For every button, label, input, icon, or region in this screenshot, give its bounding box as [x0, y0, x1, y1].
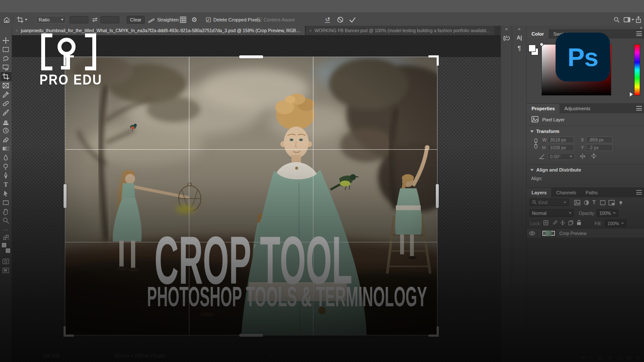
width-input[interactable]: 3518 px: [547, 136, 574, 143]
filter-toggle-icon[interactable]: [618, 200, 623, 205]
commit-crop-icon[interactable]: [349, 16, 356, 23]
marquee-tool[interactable]: [0, 45, 12, 54]
tab-adjustments[interactable]: Adjustments: [559, 104, 595, 113]
cancel-crop-icon[interactable]: [337, 16, 344, 23]
panel-menu-icon[interactable]: [636, 106, 642, 111]
layer-name[interactable]: Crop Preview: [559, 231, 586, 236]
swap-dimensions-icon[interactable]: [91, 17, 98, 23]
straighten-button[interactable]: Straighten: [148, 16, 179, 23]
transform-section-header[interactable]: Transform: [530, 129, 559, 134]
swap-colors-button[interactable]: [0, 234, 12, 241]
tab-paths[interactable]: Paths: [581, 188, 602, 197]
hand-tool[interactable]: [0, 207, 12, 216]
tab-layers[interactable]: Layers: [527, 188, 551, 197]
character-panel-button[interactable]: A|: [512, 33, 526, 43]
crop-box[interactable]: CROP TOOL PHOTOSHOP TOOLS & TERMINOLOGY: [65, 57, 437, 335]
filter-pixel-layers-icon[interactable]: [574, 200, 580, 205]
lasso-tool[interactable]: [0, 54, 12, 63]
type-tool[interactable]: T: [0, 180, 12, 189]
search-icon[interactable]: [613, 16, 620, 23]
crop-handle-top[interactable]: [239, 55, 263, 58]
layer-effects-icon[interactable]: fx: [590, 356, 593, 360]
status-chevron-icon[interactable]: ›: [270, 353, 271, 358]
lock-artboard-icon[interactable]: [568, 220, 574, 226]
expand-panel-chevron-icon[interactable]: «: [501, 26, 512, 33]
crop-height-input[interactable]: [100, 16, 119, 23]
add-mask-icon[interactable]: [598, 356, 603, 360]
crop-tool[interactable]: [0, 72, 12, 81]
delete-layer-icon[interactable]: [635, 356, 640, 360]
filter-smart-object-icon[interactable]: [608, 200, 615, 205]
crop-handle-bottom-left[interactable]: [64, 326, 74, 337]
filter-type-layers-icon[interactable]: T: [592, 199, 595, 205]
brush-tool[interactable]: [0, 108, 12, 117]
layer-filter-select[interactable]: Kind: [529, 199, 569, 206]
crop-handle-bottom-right[interactable]: [428, 326, 439, 337]
quick-mask-button[interactable]: [0, 257, 12, 266]
ratio-select[interactable]: Ratio: [36, 16, 66, 24]
zoom-level-status[interactable]: 158.11%: [43, 353, 60, 358]
tab-properties[interactable]: Properties: [527, 104, 559, 113]
lock-all-icon[interactable]: [576, 220, 582, 226]
close-icon[interactable]: ×: [15, 28, 18, 33]
clear-button[interactable]: Clear: [127, 16, 145, 24]
history-panel-button[interactable]: [501, 33, 512, 43]
workspace-icon[interactable]: [623, 16, 631, 23]
layer-thumbnail[interactable]: [541, 230, 556, 237]
color-field-cursor[interactable]: [540, 42, 544, 46]
history-brush-tool[interactable]: [0, 126, 12, 135]
panel-menu-icon[interactable]: [636, 190, 642, 195]
edit-toolbar-button[interactable]: ⋯: [0, 225, 12, 234]
gradient-tool[interactable]: [0, 144, 12, 153]
layer-row-crop-preview[interactable]: Crop Preview: [527, 229, 644, 238]
paragraph-panel-button[interactable]: ¶: [512, 43, 526, 53]
lock-pixels-icon[interactable]: [552, 220, 557, 226]
crop-overlay-options-icon[interactable]: [179, 16, 187, 23]
color-panel-foreground-swatch[interactable]: [529, 45, 536, 52]
lock-transparency-icon[interactable]: [543, 220, 549, 226]
link-layers-icon[interactable]: [580, 356, 586, 360]
opacity-select[interactable]: 100%: [597, 209, 618, 217]
crop-handle-right[interactable]: [436, 184, 439, 208]
zoom-tool[interactable]: [0, 216, 12, 225]
filter-adjustment-layers-icon[interactable]: [583, 200, 589, 205]
background-color-swatch[interactable]: [5, 248, 11, 253]
clone-stamp-tool[interactable]: [0, 117, 12, 126]
healing-brush-tool[interactable]: [0, 99, 12, 108]
delete-cropped-pixels-checkbox[interactable]: ✓: [206, 17, 211, 22]
rectangle-tool[interactable]: [0, 198, 12, 207]
fill-select[interactable]: 100%: [605, 220, 626, 227]
crop-handle-top-right[interactable]: [428, 55, 439, 66]
angle-input[interactable]: 0.00°: [547, 153, 575, 160]
x-input[interactable]: -859 px: [586, 136, 613, 143]
height-input[interactable]: 1028 px: [547, 144, 574, 151]
new-layer-icon[interactable]: [626, 356, 631, 360]
crop-width-input[interactable]: [70, 16, 88, 23]
share-icon[interactable]: [635, 16, 642, 23]
hue-slider-arrow[interactable]: [630, 92, 633, 97]
hue-strip[interactable]: [634, 44, 640, 96]
object-selection-tool[interactable]: [0, 63, 12, 72]
eyedropper-tool[interactable]: [0, 90, 12, 99]
frame-tool[interactable]: [0, 81, 12, 90]
link-dimensions-icon[interactable]: [533, 138, 538, 149]
blur-tool[interactable]: [0, 153, 12, 162]
layer-visibility-toggle[interactable]: [527, 229, 538, 238]
blend-mode-select[interactable]: Normal: [529, 209, 574, 217]
path-selection-tool[interactable]: [0, 189, 12, 198]
lock-position-icon[interactable]: [560, 220, 565, 226]
crop-handle-left[interactable]: [64, 184, 67, 208]
y-input[interactable]: -2 px: [586, 144, 613, 151]
flip-horizontal-icon[interactable]: [579, 153, 586, 160]
content-aware-checkbox[interactable]: [257, 17, 261, 22]
tab-color[interactable]: Color: [527, 29, 549, 39]
home-icon[interactable]: [3, 16, 10, 23]
workspace-chevron-icon[interactable]: [632, 19, 634, 21]
new-group-icon[interactable]: [617, 356, 622, 360]
dodge-tool[interactable]: [0, 162, 12, 171]
crop-settings-gear-icon[interactable]: ⚙: [191, 16, 197, 24]
document-tab-inactive[interactable]: × WORKING FB Banner.psd @ 100% (model te…: [305, 26, 494, 35]
filter-shape-layers-icon[interactable]: [600, 200, 606, 205]
reset-crop-icon[interactable]: ↺: [325, 17, 330, 23]
tab-channels[interactable]: Channels: [551, 188, 580, 197]
